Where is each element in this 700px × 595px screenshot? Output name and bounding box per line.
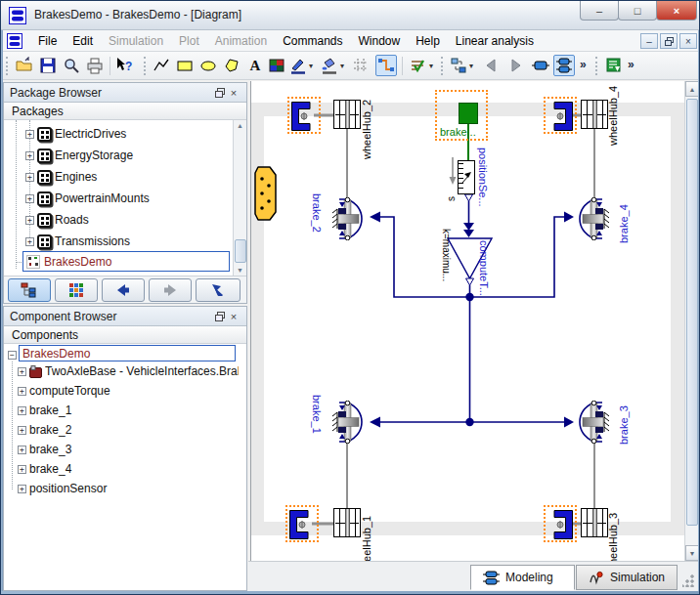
scrollbar-thumb[interactable]	[686, 99, 698, 526]
back-button[interactable]	[481, 55, 503, 76]
wheelhub3-flange-icon[interactable]	[547, 510, 573, 539]
tree-item-brake-3[interactable]: +brake_3	[18, 441, 71, 458]
tab-modeling[interactable]: Modeling	[470, 565, 575, 590]
polygon-tool-button[interactable]	[221, 55, 242, 76]
window-resize-grip[interactable]	[682, 574, 695, 587]
tree-item-electricdrives[interactable]: +ElectricDrives	[25, 125, 126, 143]
check-model-button[interactable]	[407, 55, 428, 76]
package-tree-scrollbar[interactable]: ▲ ▼	[233, 120, 246, 276]
menu-linear-analysis[interactable]: Linear analysis	[448, 31, 542, 51]
expand-icon[interactable]: +	[18, 367, 26, 376]
expand-icon[interactable]: +	[18, 387, 26, 396]
text-tool-button[interactable]: A	[244, 55, 266, 76]
mdi-minimize-button[interactable]: –	[640, 33, 658, 49]
float-panel-icon[interactable]	[213, 310, 227, 323]
position-sensor-component[interactable]	[458, 160, 475, 194]
package-browser-titlebar[interactable]: Package Browser ×	[4, 83, 246, 103]
brake1-component[interactable]	[329, 401, 367, 444]
connect-mode-button[interactable]	[375, 55, 397, 76]
menu-commands[interactable]: Commands	[275, 31, 350, 51]
close-panel-icon[interactable]: ×	[227, 86, 241, 100]
tree-item-energystorage[interactable]: +EnergyStorage	[25, 147, 133, 164]
close-button[interactable]: ×	[656, 1, 697, 21]
maximize-button[interactable]: □	[618, 1, 657, 21]
brake2-component[interactable]	[329, 197, 367, 240]
wheelhub2-component[interactable]	[333, 100, 361, 129]
menu-help[interactable]: Help	[408, 31, 448, 51]
expand-icon[interactable]: +	[25, 216, 34, 225]
grid-button[interactable]	[350, 55, 372, 76]
component-browser-titlebar[interactable]: Component Browser ×	[4, 307, 246, 326]
packages-column-header[interactable]: Packages	[4, 103, 246, 120]
expand-icon[interactable]: +	[25, 151, 34, 160]
tree-item-computetorque[interactable]: +computeTorque	[18, 382, 110, 400]
check-model-dropdown[interactable]: ▾	[429, 62, 433, 70]
expand-icon[interactable]: +	[18, 465, 26, 474]
toolbar-overflow-chevron[interactable]: »	[628, 58, 634, 71]
command-log-button[interactable]	[603, 55, 625, 76]
tree-item-powertrainmounts[interactable]: +PowertrainMounts	[25, 190, 150, 207]
diagram-canvas[interactable]: wheelHub_2 wheelHub_4 wheelHub_1 wheelHu…	[250, 81, 684, 561]
tree-item-brake-4[interactable]: +brake_4	[18, 460, 71, 478]
switch-window-dropdown[interactable]: ▾	[469, 62, 473, 70]
wheelhub1-flange-icon[interactable]	[289, 510, 315, 539]
line-style-dropdown[interactable]: ▾	[309, 62, 313, 70]
mdi-close-button[interactable]: ×	[679, 33, 697, 49]
tree-item-engines[interactable]: +Engines	[25, 168, 97, 186]
toolbar-overflow-chevron[interactable]: »	[580, 58, 587, 71]
expand-icon[interactable]: +	[25, 173, 34, 182]
title-bar[interactable]: BrakesDemo - BrakesDemo - [Diagram] – □ …	[1, 1, 700, 30]
tree-item-transmissions[interactable]: +Transmissions	[25, 233, 130, 250]
mdi-document-icon[interactable]	[7, 33, 22, 49]
mdi-restore-button[interactable]	[660, 33, 678, 49]
print-button[interactable]	[84, 55, 106, 76]
tree-item-brakesdemo-selected[interactable]: BrakesDemo	[22, 251, 230, 272]
expand-icon[interactable]: +	[18, 446, 26, 454]
next-package-button[interactable]	[149, 278, 192, 302]
menu-window[interactable]: Window	[350, 31, 408, 51]
save-button[interactable]	[37, 55, 59, 76]
wheelhub1-component[interactable]	[333, 508, 361, 537]
close-panel-icon[interactable]: ×	[227, 310, 241, 323]
tree-root-brakesdemo-selected[interactable]: BrakesDemo	[19, 345, 236, 361]
expand-icon[interactable]: +	[25, 237, 34, 246]
wheelhub2-flange-icon[interactable]	[291, 102, 317, 131]
bitmap-tool-button[interactable]	[266, 55, 287, 76]
line-style-button[interactable]	[287, 55, 309, 76]
toolbar-drag-handle[interactable]	[144, 57, 147, 75]
rectangle-tool-button[interactable]	[174, 55, 196, 76]
collapse-icon[interactable]: −	[8, 351, 17, 360]
tree-item-brake-2[interactable]: +brake_2	[18, 421, 71, 439]
minimize-button[interactable]: –	[580, 1, 619, 21]
scroll-down-icon[interactable]: ▼	[237, 267, 243, 274]
forward-button[interactable]	[504, 55, 526, 76]
brake-pedal-component[interactable]	[459, 103, 478, 124]
expand-icon[interactable]: +	[18, 485, 26, 493]
expand-icon[interactable]: +	[18, 406, 26, 415]
float-panel-icon[interactable]	[213, 86, 227, 100]
tree-view-button[interactable]	[8, 278, 51, 302]
line-tool-button[interactable]	[151, 55, 172, 76]
wheelhub4-flange-icon[interactable]	[547, 102, 573, 131]
expand-icon[interactable]: +	[18, 426, 26, 435]
expand-icon[interactable]: +	[25, 194, 34, 203]
icon-grid-view-button[interactable]	[55, 278, 98, 302]
scrollbar-thumb[interactable]	[235, 239, 246, 263]
expand-icon[interactable]: +	[25, 130, 34, 139]
tree-item-positionsensor[interactable]: +positionSensor	[18, 480, 107, 497]
tree-item-brake-1[interactable]: +brake_1	[18, 402, 71, 419]
scroll-up-icon[interactable]: ▲	[237, 122, 243, 129]
switch-window-button[interactable]	[448, 55, 469, 76]
control-bus-connector[interactable]	[254, 165, 278, 222]
menu-edit[interactable]: Edit	[65, 31, 101, 51]
ellipse-tool-button[interactable]	[197, 55, 219, 76]
brake3-component[interactable]	[575, 401, 612, 444]
tree-item-roads[interactable]: +Roads	[25, 211, 89, 229]
tab-simulation[interactable]: Simulation	[576, 565, 678, 590]
components-column-header[interactable]: Components	[4, 326, 246, 344]
wheelhub3-component[interactable]	[581, 508, 608, 537]
context-help-button[interactable]: ?	[114, 55, 136, 76]
menu-file[interactable]: File	[30, 31, 65, 51]
wheelhub4-component[interactable]	[581, 100, 608, 129]
diagram-view-button[interactable]	[553, 55, 575, 76]
